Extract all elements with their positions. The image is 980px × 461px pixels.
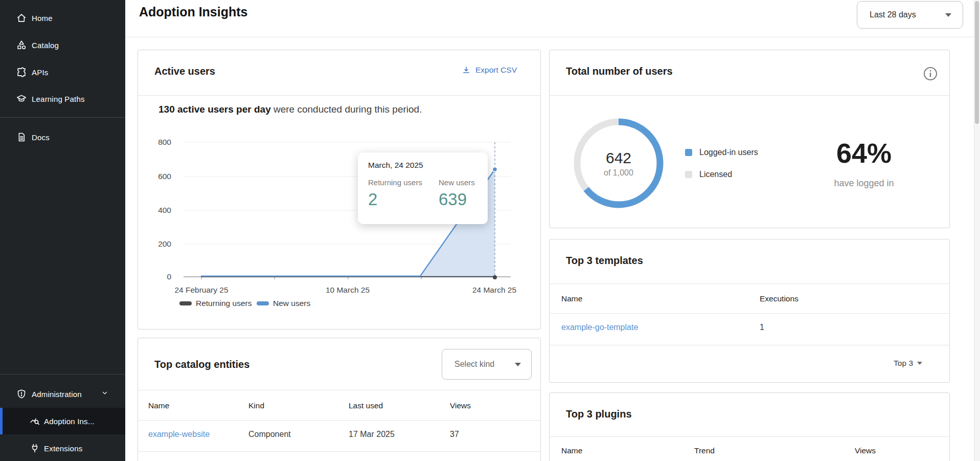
legend-returning-users[interactable]: Returning users (179, 299, 252, 308)
divider (550, 313, 949, 314)
date-range-value: Last 28 days (870, 10, 916, 19)
active-users-summary-bold: 130 active users per day (158, 104, 271, 115)
legend-new-users[interactable]: New users (257, 299, 310, 308)
sidebar-item-label: Home (32, 14, 53, 23)
top-n-value: Top 3 (894, 359, 913, 368)
kind-select[interactable]: Select kind (442, 349, 532, 380)
column-header-views: Views (450, 401, 471, 410)
column-header-executions: Executions (760, 294, 799, 303)
sidebar: Home Catalog APIs Learning Paths D (0, 0, 125, 461)
chevron-down-icon (515, 363, 521, 366)
export-csv-button[interactable]: Export CSV (462, 65, 517, 75)
divider (550, 436, 949, 437)
logged-in-percent-subtext: have logged in (813, 178, 915, 189)
column-header-name: Name (561, 446, 582, 455)
x-tick: 24 March 25 (453, 286, 535, 295)
column-header-name: Name (561, 294, 582, 303)
card-title: Total number of users (566, 65, 673, 77)
tooltip-value: 2 (368, 190, 422, 209)
tooltip-date: March, 24 2025 (368, 161, 477, 170)
divider (138, 95, 540, 96)
sidebar-item-label: Catalog (32, 41, 59, 50)
entity-link[interactable]: example-website (148, 430, 210, 439)
sidebar-item-label: Administration (32, 390, 82, 399)
top-plugins-card: Top 3 plugins (549, 392, 950, 461)
legend-swatch-blue (257, 301, 269, 305)
kind-value: Component (248, 430, 291, 439)
insights-icon (29, 415, 40, 427)
column-header-trend: Trend (694, 446, 715, 455)
legend-logged-in-users[interactable]: Logged-in users (685, 148, 758, 157)
kind-select-placeholder: Select kind (454, 360, 494, 369)
sidebar-item-home[interactable]: Home (0, 5, 125, 31)
legend-label: Logged-in users (699, 148, 758, 157)
column-header-kind: Kind (248, 401, 264, 410)
sidebar-item-learning-paths[interactable]: Learning Paths (0, 85, 125, 112)
scrollbar-thumb[interactable] (975, 1, 979, 124)
legend-swatch-gray (685, 171, 692, 178)
learning-paths-icon (16, 93, 27, 104)
tooltip-value: 639 (439, 190, 475, 209)
card-title: Top 3 plugins (566, 408, 632, 420)
logged-in-percent: 64% (813, 137, 915, 169)
tooltip-label: New users (439, 178, 475, 187)
active-users-summary-rest: were conducted during this period. (271, 104, 422, 115)
sidebar-item-adoption-insights[interactable]: Adoption Ins... (0, 408, 125, 434)
sidebar-divider (0, 117, 125, 118)
card-title: Top 3 templates (566, 255, 643, 267)
sidebar-divider (0, 374, 125, 375)
shield-icon (16, 388, 27, 400)
tooltip-returning-users: Returning users 2 (368, 178, 422, 209)
legend-swatch-blue (685, 149, 692, 156)
x-tick: 10 March 25 (307, 286, 389, 295)
column-header-views: Views (855, 446, 876, 455)
tooltip-label: Returning users (368, 178, 422, 187)
x-tick: 24 February 25 (161, 286, 242, 295)
legend-licensed[interactable]: Licensed (685, 170, 732, 179)
chevron-down-icon (945, 13, 951, 17)
legend-label: Returning users (196, 299, 252, 308)
divider (138, 390, 540, 390)
sidebar-item-docs[interactable]: Docs (0, 124, 125, 150)
top-n-select[interactable]: Top 3 (869, 359, 922, 368)
executions-value: 1 (760, 323, 764, 332)
home-icon (16, 12, 27, 24)
adoption-insights-page: Home Catalog APIs Learning Paths D (0, 0, 980, 461)
export-csv-label: Export CSV (475, 65, 517, 75)
donut-center-subtext: of 1,000 (588, 168, 649, 178)
divider (550, 95, 949, 96)
plug-icon (29, 443, 40, 454)
tooltip-new-users: New users 639 (439, 178, 475, 209)
chevron-down-icon (917, 362, 922, 365)
date-range-select[interactable]: Last 28 days (857, 1, 963, 29)
last-used-value: 17 Mar 2025 (349, 430, 395, 439)
card-title: Active users (154, 65, 215, 77)
sidebar-item-extensions[interactable]: Extensions (0, 435, 125, 461)
template-link[interactable]: example-go-template (561, 323, 638, 332)
selected-indicator (0, 408, 3, 434)
column-header-name: Name (148, 401, 169, 410)
sidebar-item-administration[interactable]: Administration (0, 381, 125, 407)
divider (125, 37, 974, 37)
sidebar-item-apis[interactable]: APIs (0, 59, 125, 85)
legend-label: New users (273, 299, 310, 308)
new-users-point (493, 167, 497, 172)
catalog-icon (16, 39, 27, 51)
legend-swatch-dark (179, 301, 192, 305)
sidebar-item-catalog[interactable]: Catalog (0, 32, 125, 58)
views-value: 37 (450, 430, 459, 439)
returning-users-point (493, 275, 497, 279)
info-icon[interactable] (923, 67, 938, 81)
sidebar-item-label: APIs (32, 68, 48, 77)
active-users-summary: 130 active users per day were conducted … (158, 104, 422, 115)
legend-label: Licensed (699, 170, 732, 179)
donut-center-value: 642 (588, 149, 649, 167)
chevron-down-icon (100, 388, 109, 400)
chart-tooltip: March, 24 2025 Returning users 2 New use… (358, 152, 488, 224)
download-icon (462, 65, 471, 75)
page-title: Adoption Insights (139, 5, 247, 19)
divider (550, 283, 949, 284)
sidebar-item-label: Learning Paths (32, 95, 85, 103)
divider (138, 451, 540, 452)
divider (550, 345, 949, 345)
